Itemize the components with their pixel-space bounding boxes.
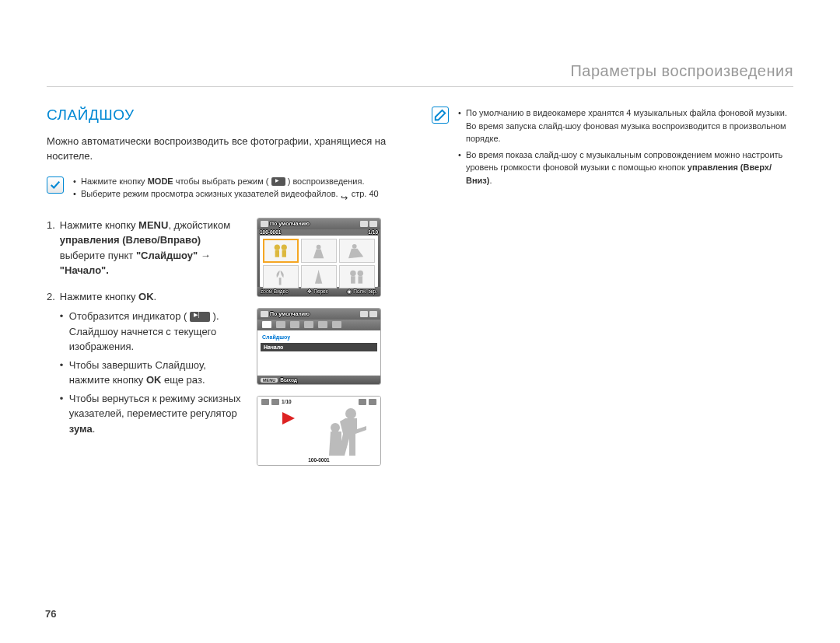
slideshow-icon	[271, 399, 279, 405]
storage-icon-2	[261, 311, 268, 317]
battery-icon-2	[369, 311, 377, 317]
thumbnail-2	[301, 239, 337, 263]
step-2-sub-2: Чтобы завершить Слайдшоу, нажмите кнопку…	[60, 358, 241, 388]
s2s3b: зума	[69, 423, 93, 435]
svg-rect-1	[275, 250, 279, 257]
svg-point-2	[282, 245, 287, 250]
svg-rect-11	[359, 277, 363, 284]
thumbnail-1	[263, 239, 299, 263]
step-1-num: 1.	[47, 218, 55, 278]
intro-text: Можно автоматически воспроизводить все ф…	[47, 135, 408, 164]
card-icon-2	[360, 311, 368, 317]
storage-icon-3	[261, 399, 269, 405]
battery-icon	[369, 221, 377, 227]
svg-point-13	[331, 423, 340, 432]
thumbnail-4	[263, 265, 299, 288]
screen3-count: 1/10	[282, 399, 292, 404]
screen-thumbnail-view: По умолчанию 100-0001 1/10	[257, 218, 381, 297]
thumbnail-5	[301, 265, 337, 288]
svg-rect-9	[352, 277, 356, 284]
screen1-title: По умолчанию	[270, 221, 310, 226]
slideshow-indicator-icon	[190, 312, 210, 322]
checkmark-icon	[47, 176, 64, 194]
section-title: СЛАЙДШОУ	[47, 107, 408, 124]
right-note-list: По умолчанию в видеокамере хранятся 4 му…	[458, 107, 793, 190]
thumbnail-3	[339, 239, 375, 263]
pre-note-1b: MODE	[148, 176, 173, 186]
right-note-2: Во время показа слайд-шоу с музыкальным …	[458, 149, 793, 187]
screen2-title: По умолчанию	[270, 311, 310, 316]
screen1-count: 1/10	[368, 229, 378, 235]
thumbnail-6	[339, 265, 375, 288]
menu-tab-row	[257, 320, 380, 330]
s2s2c: еще раз.	[161, 374, 205, 386]
s1c: , джойстиком	[168, 219, 230, 231]
pre-note-1a: Нажмите кнопку	[81, 176, 148, 186]
playback-mode-icon	[271, 177, 285, 186]
pre-note-2a: Выберите режим просмотра эскизных указат…	[81, 189, 341, 198]
svg-point-8	[351, 271, 357, 277]
play-indicator-icon	[281, 411, 296, 426]
s1b: MENU	[138, 219, 168, 231]
menu-tab-icon	[276, 321, 285, 328]
pre-note-2b: стр. 40	[352, 189, 379, 198]
menu-badge: MENU	[261, 378, 278, 383]
s1-zoom-label: ZOOM	[261, 289, 272, 294]
svg-point-10	[358, 271, 364, 277]
svg-rect-3	[282, 250, 286, 257]
menu-item-slideshow: Слайдшоу	[261, 333, 377, 341]
menu-tab-icon	[262, 321, 271, 328]
step-2-sub-1: Отобразится индикатор ( ). Слайдшоу начн…	[60, 309, 241, 355]
s2s3c: .	[93, 423, 96, 435]
s2b: OK	[138, 291, 154, 302]
s1e: выберите пункт	[60, 250, 136, 261]
s2c: .	[154, 291, 157, 302]
breadcrumb: Параметры воспроизведения	[47, 62, 793, 87]
s1a: Нажмите кнопку	[60, 219, 138, 231]
step-2-num: 2.	[47, 289, 55, 440]
right-note-1: По умолчанию в видеокамере хранятся 4 му…	[458, 107, 793, 145]
s2s3a: Чтобы вернуться к режиму эскизных указат…	[69, 393, 241, 420]
screen3-folio: 100-0001	[257, 457, 380, 463]
menu-tab-icon	[318, 321, 327, 328]
photo-silhouette	[310, 404, 373, 456]
s1d: управления (Влево/Вправо)	[60, 234, 201, 246]
pre-note-1d: ) воспроизведения.	[288, 176, 365, 186]
page-number: 76	[45, 608, 56, 620]
rn2c: .	[489, 176, 492, 185]
menu-exit-label: Выход	[280, 377, 297, 383]
card-icon	[360, 221, 368, 227]
screen-playback-view: 1/10	[257, 396, 381, 466]
note-pencil-icon	[432, 107, 449, 124]
svg-point-0	[275, 245, 280, 250]
step-2: 2. Нажмите кнопку OK. Отобразится индика…	[47, 289, 241, 440]
page-ref-icon	[341, 191, 352, 198]
s2s1a: Отобразится индикатор (	[69, 310, 187, 322]
pre-note-1c: чтобы выбрать режим (	[173, 176, 269, 186]
menu-tab-icon	[304, 321, 313, 328]
menu-tab-icon	[332, 321, 341, 328]
pre-note-list: Нажмите кнопку MODE чтобы выбрать режим …	[73, 175, 379, 201]
s2s2b: OK	[146, 374, 162, 386]
menu-item-start: Начало	[261, 343, 377, 351]
s1-full-label: Полн. экр.	[353, 288, 377, 294]
svg-point-12	[345, 408, 356, 419]
storage-icon	[261, 221, 268, 227]
screen-menu-view: По умолчанию Слайдшоу	[257, 308, 381, 385]
svg-point-4	[317, 244, 321, 249]
svg-point-5	[352, 243, 357, 248]
s2a: Нажмите кнопку	[60, 291, 138, 302]
screen1-folio: 100-0001	[260, 229, 281, 235]
svg-rect-6	[279, 278, 282, 285]
step-2-sub-3: Чтобы вернуться к режиму эскизных указат…	[60, 391, 241, 437]
s1-video-label: Видео	[274, 288, 289, 294]
s1-move-label: Перех	[313, 288, 328, 294]
menu-tab-icon	[290, 321, 299, 328]
step-1: 1. Нажмите кнопку MENU, джойстиком управ…	[47, 218, 241, 278]
